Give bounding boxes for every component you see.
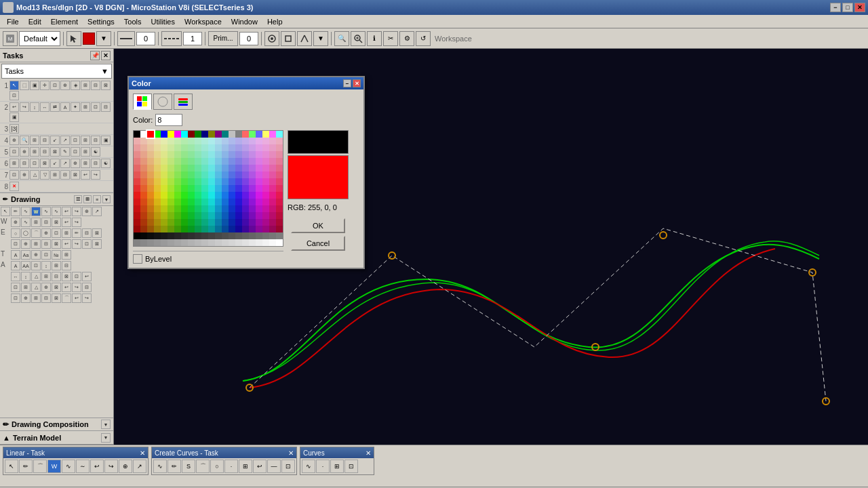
dt-d6[interactable]: ↩ <box>62 239 71 249</box>
color-cell-206[interactable] <box>188 192 195 199</box>
color-cell-7[interactable] <box>181 131 188 138</box>
color-cell-65[interactable] <box>276 144 283 151</box>
color-cell-113[interactable] <box>154 165 161 171</box>
color-cell-138[interactable] <box>174 171 181 178</box>
minimize-button[interactable]: − <box>830 3 841 12</box>
tool-2-5[interactable]: ⇄ <box>50 102 60 112</box>
dt-l5[interactable]: ⊠ <box>52 293 61 303</box>
dt-dim8[interactable]: ↩ <box>82 272 92 281</box>
menu-file[interactable]: File <box>3 16 23 27</box>
color-cell-324[interactable] <box>242 226 249 232</box>
color-cell-351[interactable] <box>276 232 283 239</box>
color-cell-5[interactable] <box>167 131 174 138</box>
color-cell-123[interactable] <box>222 165 229 171</box>
dt-m1[interactable]: ⊡ <box>11 283 20 292</box>
color-cell-59[interactable] <box>235 144 242 151</box>
color-cell-76[interactable] <box>201 151 208 158</box>
color-cell-321[interactable] <box>222 226 229 232</box>
color-cell-368[interactable] <box>242 239 249 246</box>
color-cell-337[interactable] <box>181 232 188 239</box>
tool-5-4[interactable]: ⊟ <box>40 147 50 157</box>
linear-task-close[interactable]: ✕ <box>140 449 145 457</box>
color-cell-103[interactable] <box>235 158 242 165</box>
tp-l-2[interactable]: ✏ <box>19 460 33 473</box>
color-cell-55[interactable] <box>208 144 215 151</box>
color-cell-42[interactable] <box>269 138 276 144</box>
color-cell-195[interactable] <box>262 185 269 192</box>
color-cell-40[interactable] <box>256 138 262 144</box>
dt-b6[interactable]: ↩ <box>62 218 71 227</box>
color-cell-167[interactable] <box>222 178 229 185</box>
color-cell-6[interactable] <box>174 131 181 138</box>
color-cell-348[interactable] <box>256 232 262 239</box>
tool-7-5[interactable]: ⊞ <box>50 170 60 180</box>
color-cell-21[interactable] <box>276 131 283 138</box>
menu-workspace[interactable]: Workspace <box>180 16 226 27</box>
dt-m3[interactable]: △ <box>31 283 41 292</box>
color-cell-142[interactable] <box>201 171 208 178</box>
color-cell-316[interactable] <box>188 226 195 232</box>
color-cell-35[interactable] <box>222 138 229 144</box>
tp-l-6[interactable]: ∼ <box>76 460 90 473</box>
color-cell-63[interactable] <box>262 144 269 151</box>
color-cell-263[interactable] <box>276 205 283 212</box>
color-cell-318[interactable] <box>201 226 208 232</box>
color-cell-178[interactable] <box>147 185 154 192</box>
color-cell-80[interactable] <box>229 151 235 158</box>
tool-select-box[interactable]: ▣ <box>30 81 39 90</box>
color-dialog-min[interactable]: − <box>343 79 351 87</box>
color-cell-267[interactable] <box>154 212 161 219</box>
tp-l-1[interactable]: ↖ <box>5 460 18 473</box>
tasks-close-btn[interactable]: ✕ <box>101 51 111 60</box>
tool-5-5[interactable]: ⊠ <box>50 147 60 157</box>
toolbar-btn-3[interactable]: ▼ <box>96 31 111 46</box>
color-cell-217[interactable] <box>262 192 269 199</box>
tool-select-cross[interactable]: ✛ <box>40 81 50 90</box>
dt-b7[interactable]: ↪ <box>72 218 81 227</box>
toolbar-zoom2[interactable] <box>351 31 366 46</box>
dt-a7[interactable]: ↩ <box>62 207 71 216</box>
tool-2-8[interactable]: ⊞ <box>81 102 90 112</box>
color-cell-119[interactable] <box>195 165 201 171</box>
tool-2-4[interactable]: ↔ <box>40 102 50 112</box>
tool-5-9[interactable]: ☯ <box>91 147 100 157</box>
color-cell-107[interactable] <box>262 158 269 165</box>
color-dialog-close[interactable]: ✕ <box>353 79 361 87</box>
tool-2-6[interactable]: A <box>60 102 70 112</box>
dt-t6[interactable]: ⊞ <box>62 250 71 260</box>
color-cell-180[interactable] <box>161 185 167 192</box>
color-cell-358[interactable] <box>174 239 181 246</box>
color-cell-126[interactable] <box>242 165 249 171</box>
color-cell-47[interactable] <box>154 144 161 151</box>
color-cell-307[interactable] <box>276 219 283 226</box>
tp-cc-3[interactable]: S <box>182 460 195 473</box>
color-cell-224[interactable] <box>161 199 167 205</box>
color-cell-33[interactable] <box>208 138 215 144</box>
dt-d8[interactable]: ⊡ <box>82 239 92 249</box>
dt-l2[interactable]: ⊕ <box>21 293 31 303</box>
color-cell-140[interactable] <box>188 171 195 178</box>
dc-arrow[interactable]: ▼ <box>101 420 111 429</box>
color-cell-354[interactable] <box>147 239 154 246</box>
color-cell-151[interactable] <box>262 171 269 178</box>
color-cell-36[interactable] <box>229 138 235 144</box>
color-cell-162[interactable] <box>188 178 195 185</box>
tp-c-2[interactable]: · <box>316 460 330 473</box>
color-cell-278[interactable] <box>229 212 235 219</box>
color-cell-61[interactable] <box>249 144 256 151</box>
color-cell-31[interactable] <box>195 138 201 144</box>
color-cell-86[interactable] <box>269 151 276 158</box>
tool-4-2[interactable]: 🔍 <box>20 136 29 145</box>
tool-arrow[interactable]: ↖ <box>9 81 19 90</box>
dt-b5[interactable]: ⊠ <box>52 218 61 227</box>
color-cell-364[interactable] <box>215 239 222 246</box>
color-cell-250[interactable] <box>188 205 195 212</box>
color-cell-208[interactable] <box>201 192 208 199</box>
color-cell-327[interactable] <box>262 226 269 232</box>
color-cell-229[interactable] <box>195 199 201 205</box>
dt-ta1[interactable]: A <box>11 261 20 270</box>
menu-help[interactable]: Help <box>263 16 287 27</box>
color-cell-255[interactable] <box>222 205 229 212</box>
color-cell-292[interactable] <box>174 219 181 226</box>
color-cell-320[interactable] <box>215 226 222 232</box>
